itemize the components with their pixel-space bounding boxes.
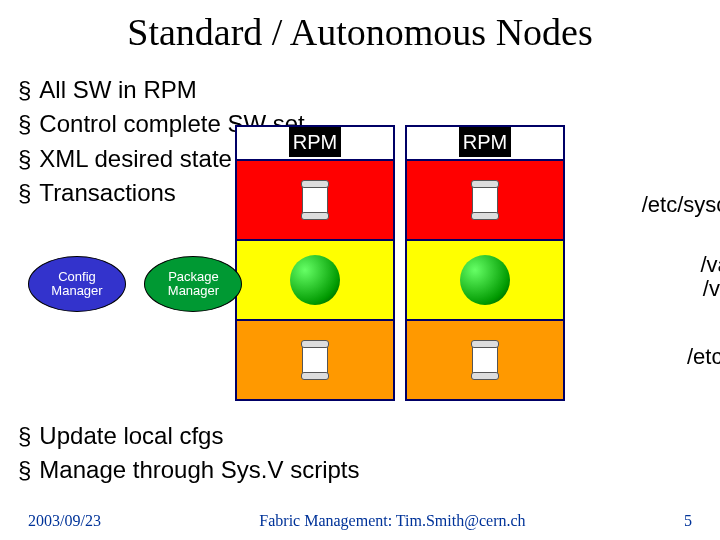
band-yellow (237, 239, 393, 319)
band-red (237, 159, 393, 239)
bullet-marker: § (18, 179, 31, 206)
axis-text: /etc (575, 169, 720, 193)
axis-text: /etc/init.d (575, 345, 720, 369)
column-header: RPM (237, 127, 393, 159)
bullet-text: Transactions (39, 179, 176, 206)
scroll-icon (472, 343, 498, 377)
diagram: RPM RPM /etc /etc/sysconfig /var/run /va… (235, 125, 715, 405)
oval-text: Manager (51, 283, 102, 298)
rpm-column-2: RPM (405, 125, 565, 401)
band-red (407, 159, 563, 239)
band-yellow (407, 239, 563, 319)
scroll-icon (472, 183, 498, 217)
column-header: RPM (407, 127, 563, 159)
scroll-icon (302, 183, 328, 217)
footer-slide-number: 5 (684, 512, 692, 530)
sphere-icon (460, 255, 510, 305)
bullet-marker: § (18, 422, 31, 449)
footer-center: Fabric Management: Tim.Smith@cern.ch (259, 512, 525, 530)
scroll-icon (302, 343, 328, 377)
bullet-text: Manage through Sys.V scripts (39, 456, 359, 483)
bullet-marker: § (18, 145, 31, 172)
manager-ovals: Config Manager Package Manager (28, 256, 256, 312)
package-manager-oval: Package Manager (144, 256, 242, 312)
oval-text: Package (168, 269, 219, 284)
bullet-list-bottom: §Update local cfgs §Manage through Sys.V… (18, 420, 360, 489)
bullet-marker: § (18, 110, 31, 137)
footer-date: 2003/09/23 (28, 512, 101, 530)
oval-text: Config (58, 269, 96, 284)
axis-text: /var/run (575, 253, 720, 277)
bullet-text: All SW in RPM (39, 76, 196, 103)
band-orange (237, 319, 393, 399)
page-title: Standard / Autonomous Nodes (0, 0, 720, 60)
sphere-icon (290, 255, 340, 305)
bullet-marker: § (18, 76, 31, 103)
column-header-label: RPM (289, 127, 341, 157)
axis-text: /var/log (575, 277, 720, 301)
bullet-text: XML desired state (39, 145, 232, 172)
bullet-marker: § (18, 456, 31, 483)
axis-label-yellow: /var/run /var/log (575, 253, 720, 301)
bullet-item: §Update local cfgs (18, 420, 360, 452)
oval-text: Manager (168, 283, 219, 298)
axis-label-red: /etc /etc/sysconfig (575, 169, 720, 217)
config-manager-oval: Config Manager (28, 256, 126, 312)
bullet-item: §Manage through Sys.V scripts (18, 454, 360, 486)
axis-label-orange: /etc/init.d (575, 345, 720, 369)
rpm-column-1: RPM (235, 125, 395, 401)
band-orange (407, 319, 563, 399)
column-header-label: RPM (459, 127, 511, 157)
bullet-item: §All SW in RPM (18, 74, 305, 106)
bullet-text: Update local cfgs (39, 422, 223, 449)
axis-text: /etc/sysconfig (575, 193, 720, 217)
slide-footer: 2003/09/23 Fabric Management: Tim.Smith@… (0, 512, 720, 530)
